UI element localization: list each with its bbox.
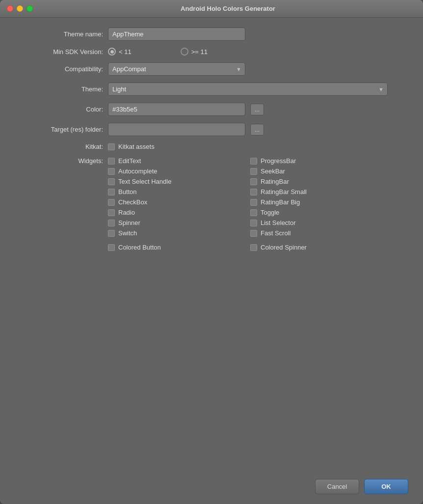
color-row: Color: ... [15,103,408,116]
widget-switch[interactable]: Switch [108,229,240,237]
title-bar: Android Holo Colors Generator [0,0,423,18]
widget-text-select-handle-label: Text Select Handle [118,178,171,185]
min-sdk-lt11-label: < 11 [119,48,132,56]
widget-fast-scroll-checkbox[interactable] [250,230,257,237]
widget-seekbar-checkbox[interactable] [250,168,257,175]
compatibility-dropdown-wrapper: AppCompat None ▼ [108,62,245,76]
widget-edittext[interactable]: EditText [108,157,240,165]
widget-spinner-label: Spinner [118,219,140,226]
widgets-grid: EditText ProgressBar Autocomplete SeekBa… [108,157,383,237]
minimize-button[interactable] [17,5,23,12]
color-input[interactable] [108,103,245,116]
widget-toggle[interactable]: Toggle [250,209,383,216]
kitkat-checkbox-label: Kitkat assets [118,143,155,150]
maximize-button[interactable] [26,5,33,12]
theme-select[interactable]: Light Dark Light with Dark Action Bar [108,83,388,96]
widget-fast-scroll-label: Fast Scroll [261,229,291,237]
widget-radio-checkbox[interactable] [108,209,115,216]
ok-button[interactable]: OK [364,479,408,494]
widget-switch-label: Switch [118,229,137,237]
widget-text-select-handle-checkbox[interactable] [108,178,115,185]
kitkat-checkbox-wrapper[interactable]: Kitkat assets [108,143,155,150]
min-sdk-gte11-option[interactable]: >= 11 [181,48,208,56]
widget-colored-spinner-checkbox[interactable] [250,244,257,251]
theme-dropdown-wrapper: Light Dark Light with Dark Action Bar ▼ [108,83,388,96]
traffic-lights [7,5,33,12]
min-sdk-lt11-option[interactable]: < 11 [108,48,132,56]
widget-radio-label: Radio [118,209,135,216]
min-sdk-row: Min SDK Version: < 11 >= 11 [15,48,408,56]
theme-name-input[interactable] [108,28,245,41]
widget-ratingbar[interactable]: RatingBar [250,178,383,185]
widget-radio[interactable]: Radio [108,209,240,216]
widget-colored-button-checkbox[interactable] [108,244,115,251]
widget-ratingbar-small-label: RatingBar Small [261,188,307,196]
form-content: Theme name: Min SDK Version: < 11 >= 11 … [0,18,423,474]
compatibility-select[interactable]: AppCompat None [108,62,245,76]
widget-progressbar-checkbox[interactable] [250,158,257,165]
color-browse-button[interactable]: ... [250,104,264,115]
min-sdk-gte11-radio[interactable] [181,48,188,56]
widget-ratingbar-big[interactable]: RatingBar Big [250,198,383,206]
color-label: Color: [15,106,103,113]
widget-progressbar-label: ProgressBar [261,157,296,165]
widget-progressbar[interactable]: ProgressBar [250,157,383,165]
widget-checkbox[interactable]: CheckBox [108,198,240,206]
widget-toggle-checkbox[interactable] [250,209,257,216]
min-sdk-lt11-radio[interactable] [108,48,116,56]
widget-spinner[interactable]: Spinner [108,219,240,226]
widget-ratingbar-small-checkbox[interactable] [250,189,257,196]
widgets-section: Widgets: EditText ProgressBar Au [15,157,408,251]
widget-button-checkbox[interactable] [108,189,115,196]
theme-name-label: Theme name: [15,30,103,38]
kitkat-label: Kitkat: [15,143,103,150]
kitkat-row: Kitkat: Kitkat assets [15,143,408,150]
theme-label: Theme: [15,85,103,93]
widget-seekbar[interactable]: SeekBar [250,168,383,175]
widget-ratingbar-small[interactable]: RatingBar Small [250,188,383,196]
min-sdk-label: Min SDK Version: [15,48,103,56]
widgets-container: EditText ProgressBar Autocomplete SeekBa… [108,157,383,251]
widget-list-selector[interactable]: List Selector [250,219,383,226]
widget-checkbox-checkbox[interactable] [108,199,115,206]
widget-colored-spinner[interactable]: Colored Spinner [250,244,383,251]
widgets-label: Widgets: [15,157,103,165]
widget-fast-scroll[interactable]: Fast Scroll [250,229,383,237]
widget-switch-checkbox[interactable] [108,230,115,237]
widget-ratingbar-big-label: RatingBar Big [261,198,300,206]
widget-ratingbar-big-checkbox[interactable] [250,199,257,206]
theme-name-row: Theme name: [15,28,408,41]
widget-edittext-label: EditText [118,157,141,165]
widgets-bottom-grid: Colored Button Colored Spinner [108,244,383,251]
main-window: Android Holo Colors Generator Theme name… [0,0,423,504]
widget-checkbox-label: CheckBox [118,198,147,206]
close-button[interactable] [7,5,13,12]
target-folder-row: Target (res) folder: ... [15,123,408,136]
widget-colored-spinner-label: Colored Spinner [261,244,307,251]
window-title: Android Holo Colors Generator [40,5,416,12]
button-row: Cancel OK [0,474,423,504]
widget-colored-button[interactable]: Colored Button [108,244,240,251]
widget-autocomplete[interactable]: Autocomplete [108,168,240,175]
widget-edittext-checkbox[interactable] [108,158,115,165]
widget-spinner-checkbox[interactable] [108,220,115,226]
kitkat-checkbox[interactable] [108,143,115,150]
widget-autocomplete-label: Autocomplete [118,168,158,175]
widgets-separator [108,237,383,244]
widget-seekbar-label: SeekBar [261,168,285,175]
min-sdk-gte11-label: >= 11 [191,48,208,56]
min-sdk-radio-group: < 11 >= 11 [108,48,208,56]
widget-text-select-handle[interactable]: Text Select Handle [108,178,240,185]
compatibility-row: Compatibility: AppCompat None ▼ [15,62,408,76]
widget-autocomplete-checkbox[interactable] [108,168,115,175]
theme-row: Theme: Light Dark Light with Dark Action… [15,83,408,96]
widget-ratingbar-label: RatingBar [261,178,289,185]
compatibility-label: Compatibility: [15,65,103,73]
widget-list-selector-label: List Selector [261,219,296,226]
target-folder-input[interactable] [108,123,245,136]
target-folder-browse-button[interactable]: ... [250,124,264,136]
cancel-button[interactable]: Cancel [315,479,359,494]
widget-button[interactable]: Button [108,188,240,196]
widget-list-selector-checkbox[interactable] [250,220,257,226]
widget-ratingbar-checkbox[interactable] [250,178,257,185]
